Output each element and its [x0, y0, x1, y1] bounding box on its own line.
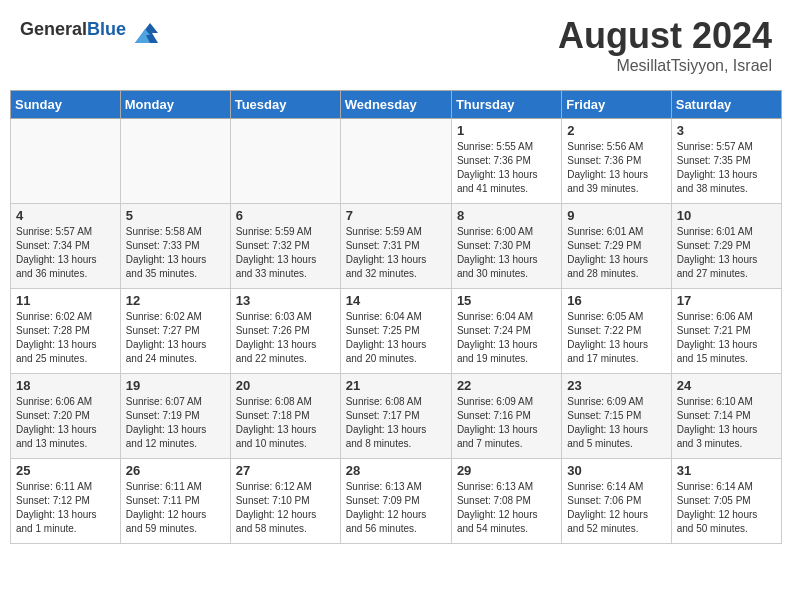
calendar-cell: 28Sunrise: 6:13 AM Sunset: 7:09 PM Dayli… — [340, 459, 451, 544]
day-info: Sunrise: 6:14 AM Sunset: 7:06 PM Dayligh… — [567, 480, 665, 536]
day-number: 8 — [457, 208, 556, 223]
calendar-cell: 30Sunrise: 6:14 AM Sunset: 7:06 PM Dayli… — [562, 459, 671, 544]
day-number: 1 — [457, 123, 556, 138]
day-info: Sunrise: 6:05 AM Sunset: 7:22 PM Dayligh… — [567, 310, 665, 366]
day-info: Sunrise: 6:03 AM Sunset: 7:26 PM Dayligh… — [236, 310, 335, 366]
calendar-cell: 23Sunrise: 6:09 AM Sunset: 7:15 PM Dayli… — [562, 374, 671, 459]
day-number: 22 — [457, 378, 556, 393]
day-info: Sunrise: 6:07 AM Sunset: 7:19 PM Dayligh… — [126, 395, 225, 451]
day-number: 17 — [677, 293, 776, 308]
day-info: Sunrise: 6:09 AM Sunset: 7:16 PM Dayligh… — [457, 395, 556, 451]
logo-icon — [130, 15, 160, 45]
page-header: GeneralBlue August 2024 MesillatTsiyyon,… — [10, 10, 782, 80]
calendar-cell: 25Sunrise: 6:11 AM Sunset: 7:12 PM Dayli… — [11, 459, 121, 544]
calendar-table: SundayMondayTuesdayWednesdayThursdayFrid… — [10, 90, 782, 544]
calendar-cell: 4Sunrise: 5:57 AM Sunset: 7:34 PM Daylig… — [11, 204, 121, 289]
day-info: Sunrise: 6:06 AM Sunset: 7:21 PM Dayligh… — [677, 310, 776, 366]
day-info: Sunrise: 6:00 AM Sunset: 7:30 PM Dayligh… — [457, 225, 556, 281]
week-row-5: 25Sunrise: 6:11 AM Sunset: 7:12 PM Dayli… — [11, 459, 782, 544]
day-number: 31 — [677, 463, 776, 478]
weekday-header-saturday: Saturday — [671, 91, 781, 119]
day-number: 15 — [457, 293, 556, 308]
logo-blue: Blue — [87, 19, 126, 39]
week-row-3: 11Sunrise: 6:02 AM Sunset: 7:28 PM Dayli… — [11, 289, 782, 374]
calendar-cell: 10Sunrise: 6:01 AM Sunset: 7:29 PM Dayli… — [671, 204, 781, 289]
day-number: 14 — [346, 293, 446, 308]
calendar-cell: 26Sunrise: 6:11 AM Sunset: 7:11 PM Dayli… — [120, 459, 230, 544]
calendar-cell: 5Sunrise: 5:58 AM Sunset: 7:33 PM Daylig… — [120, 204, 230, 289]
day-number: 3 — [677, 123, 776, 138]
calendar-cell: 17Sunrise: 6:06 AM Sunset: 7:21 PM Dayli… — [671, 289, 781, 374]
day-info: Sunrise: 5:59 AM Sunset: 7:31 PM Dayligh… — [346, 225, 446, 281]
calendar-cell: 29Sunrise: 6:13 AM Sunset: 7:08 PM Dayli… — [451, 459, 561, 544]
month-year: August 2024 — [558, 15, 772, 57]
day-info: Sunrise: 6:01 AM Sunset: 7:29 PM Dayligh… — [677, 225, 776, 281]
day-number: 24 — [677, 378, 776, 393]
day-number: 18 — [16, 378, 115, 393]
day-number: 20 — [236, 378, 335, 393]
day-info: Sunrise: 5:55 AM Sunset: 7:36 PM Dayligh… — [457, 140, 556, 196]
day-number: 16 — [567, 293, 665, 308]
day-info: Sunrise: 6:04 AM Sunset: 7:24 PM Dayligh… — [457, 310, 556, 366]
calendar-cell: 19Sunrise: 6:07 AM Sunset: 7:19 PM Dayli… — [120, 374, 230, 459]
day-info: Sunrise: 6:08 AM Sunset: 7:17 PM Dayligh… — [346, 395, 446, 451]
day-info: Sunrise: 6:11 AM Sunset: 7:12 PM Dayligh… — [16, 480, 115, 536]
location: MesillatTsiyyon, Israel — [558, 57, 772, 75]
day-info: Sunrise: 6:02 AM Sunset: 7:27 PM Dayligh… — [126, 310, 225, 366]
day-info: Sunrise: 6:02 AM Sunset: 7:28 PM Dayligh… — [16, 310, 115, 366]
calendar-cell: 1Sunrise: 5:55 AM Sunset: 7:36 PM Daylig… — [451, 119, 561, 204]
weekday-header-sunday: Sunday — [11, 91, 121, 119]
calendar-cell: 15Sunrise: 6:04 AM Sunset: 7:24 PM Dayli… — [451, 289, 561, 374]
day-info: Sunrise: 6:01 AM Sunset: 7:29 PM Dayligh… — [567, 225, 665, 281]
weekday-header-friday: Friday — [562, 91, 671, 119]
day-number: 5 — [126, 208, 225, 223]
weekday-header-tuesday: Tuesday — [230, 91, 340, 119]
day-info: Sunrise: 6:13 AM Sunset: 7:08 PM Dayligh… — [457, 480, 556, 536]
day-number: 9 — [567, 208, 665, 223]
day-info: Sunrise: 5:56 AM Sunset: 7:36 PM Dayligh… — [567, 140, 665, 196]
day-info: Sunrise: 6:12 AM Sunset: 7:10 PM Dayligh… — [236, 480, 335, 536]
logo: GeneralBlue — [20, 15, 160, 45]
day-info: Sunrise: 6:04 AM Sunset: 7:25 PM Dayligh… — [346, 310, 446, 366]
day-number: 27 — [236, 463, 335, 478]
week-row-2: 4Sunrise: 5:57 AM Sunset: 7:34 PM Daylig… — [11, 204, 782, 289]
day-info: Sunrise: 5:57 AM Sunset: 7:35 PM Dayligh… — [677, 140, 776, 196]
day-number: 6 — [236, 208, 335, 223]
week-row-4: 18Sunrise: 6:06 AM Sunset: 7:20 PM Dayli… — [11, 374, 782, 459]
day-number: 29 — [457, 463, 556, 478]
day-info: Sunrise: 5:57 AM Sunset: 7:34 PM Dayligh… — [16, 225, 115, 281]
title-block: August 2024 MesillatTsiyyon, Israel — [558, 15, 772, 75]
day-number: 26 — [126, 463, 225, 478]
calendar-cell: 18Sunrise: 6:06 AM Sunset: 7:20 PM Dayli… — [11, 374, 121, 459]
calendar-cell: 11Sunrise: 6:02 AM Sunset: 7:28 PM Dayli… — [11, 289, 121, 374]
calendar-cell: 3Sunrise: 5:57 AM Sunset: 7:35 PM Daylig… — [671, 119, 781, 204]
day-number: 12 — [126, 293, 225, 308]
day-info: Sunrise: 5:58 AM Sunset: 7:33 PM Dayligh… — [126, 225, 225, 281]
week-row-1: 1Sunrise: 5:55 AM Sunset: 7:36 PM Daylig… — [11, 119, 782, 204]
day-number: 7 — [346, 208, 446, 223]
calendar-cell: 16Sunrise: 6:05 AM Sunset: 7:22 PM Dayli… — [562, 289, 671, 374]
calendar-cell: 24Sunrise: 6:10 AM Sunset: 7:14 PM Dayli… — [671, 374, 781, 459]
calendar-cell: 21Sunrise: 6:08 AM Sunset: 7:17 PM Dayli… — [340, 374, 451, 459]
calendar-cell: 27Sunrise: 6:12 AM Sunset: 7:10 PM Dayli… — [230, 459, 340, 544]
calendar-cell: 20Sunrise: 6:08 AM Sunset: 7:18 PM Dayli… — [230, 374, 340, 459]
weekday-header-row: SundayMondayTuesdayWednesdayThursdayFrid… — [11, 91, 782, 119]
calendar-cell — [340, 119, 451, 204]
day-number: 19 — [126, 378, 225, 393]
day-number: 30 — [567, 463, 665, 478]
day-number: 10 — [677, 208, 776, 223]
day-number: 28 — [346, 463, 446, 478]
day-number: 2 — [567, 123, 665, 138]
day-info: Sunrise: 6:13 AM Sunset: 7:09 PM Dayligh… — [346, 480, 446, 536]
day-info: Sunrise: 6:14 AM Sunset: 7:05 PM Dayligh… — [677, 480, 776, 536]
day-info: Sunrise: 6:11 AM Sunset: 7:11 PM Dayligh… — [126, 480, 225, 536]
day-info: Sunrise: 6:10 AM Sunset: 7:14 PM Dayligh… — [677, 395, 776, 451]
calendar-cell — [120, 119, 230, 204]
day-info: Sunrise: 5:59 AM Sunset: 7:32 PM Dayligh… — [236, 225, 335, 281]
day-number: 4 — [16, 208, 115, 223]
calendar-cell: 22Sunrise: 6:09 AM Sunset: 7:16 PM Dayli… — [451, 374, 561, 459]
calendar-cell: 8Sunrise: 6:00 AM Sunset: 7:30 PM Daylig… — [451, 204, 561, 289]
calendar-cell: 2Sunrise: 5:56 AM Sunset: 7:36 PM Daylig… — [562, 119, 671, 204]
calendar-cell: 12Sunrise: 6:02 AM Sunset: 7:27 PM Dayli… — [120, 289, 230, 374]
calendar-cell: 7Sunrise: 5:59 AM Sunset: 7:31 PM Daylig… — [340, 204, 451, 289]
